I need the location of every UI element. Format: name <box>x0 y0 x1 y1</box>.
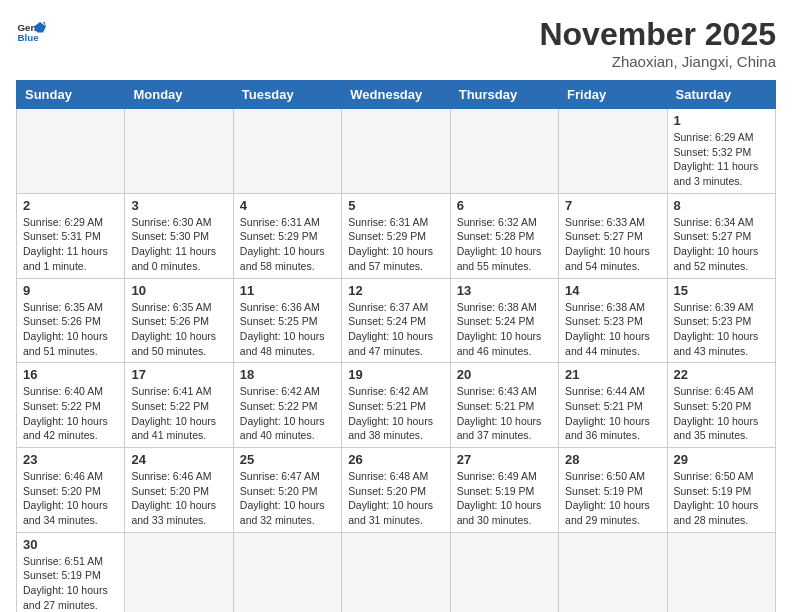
day-info: Sunrise: 6:38 AM Sunset: 5:23 PM Dayligh… <box>565 300 660 359</box>
calendar-cell: 24Sunrise: 6:46 AM Sunset: 5:20 PM Dayli… <box>125 448 233 533</box>
calendar-cell: 15Sunrise: 6:39 AM Sunset: 5:23 PM Dayli… <box>667 278 775 363</box>
day-number: 24 <box>131 452 226 467</box>
day-number: 15 <box>674 283 769 298</box>
day-number: 9 <box>23 283 118 298</box>
day-number: 19 <box>348 367 443 382</box>
svg-text:Blue: Blue <box>18 32 40 43</box>
calendar-cell: 6Sunrise: 6:32 AM Sunset: 5:28 PM Daylig… <box>450 193 558 278</box>
day-info: Sunrise: 6:38 AM Sunset: 5:24 PM Dayligh… <box>457 300 552 359</box>
calendar-cell: 7Sunrise: 6:33 AM Sunset: 5:27 PM Daylig… <box>559 193 667 278</box>
calendar-cell: 9Sunrise: 6:35 AM Sunset: 5:26 PM Daylig… <box>17 278 125 363</box>
day-info: Sunrise: 6:36 AM Sunset: 5:25 PM Dayligh… <box>240 300 335 359</box>
day-number: 8 <box>674 198 769 213</box>
calendar-cell: 5Sunrise: 6:31 AM Sunset: 5:29 PM Daylig… <box>342 193 450 278</box>
day-info: Sunrise: 6:35 AM Sunset: 5:26 PM Dayligh… <box>23 300 118 359</box>
logo-icon: General Blue <box>16 16 46 46</box>
day-info: Sunrise: 6:34 AM Sunset: 5:27 PM Dayligh… <box>674 215 769 274</box>
day-info: Sunrise: 6:33 AM Sunset: 5:27 PM Dayligh… <box>565 215 660 274</box>
day-info: Sunrise: 6:32 AM Sunset: 5:28 PM Dayligh… <box>457 215 552 274</box>
day-info: Sunrise: 6:35 AM Sunset: 5:26 PM Dayligh… <box>131 300 226 359</box>
calendar-cell: 30Sunrise: 6:51 AM Sunset: 5:19 PM Dayli… <box>17 532 125 612</box>
week-row-5: 23Sunrise: 6:46 AM Sunset: 5:20 PM Dayli… <box>17 448 776 533</box>
week-row-6: 30Sunrise: 6:51 AM Sunset: 5:19 PM Dayli… <box>17 532 776 612</box>
calendar-cell <box>233 532 341 612</box>
day-info: Sunrise: 6:42 AM Sunset: 5:22 PM Dayligh… <box>240 384 335 443</box>
day-number: 6 <box>457 198 552 213</box>
calendar-cell <box>233 109 341 194</box>
weekday-header-saturday: Saturday <box>667 81 775 109</box>
day-number: 13 <box>457 283 552 298</box>
weekday-header-friday: Friday <box>559 81 667 109</box>
day-info: Sunrise: 6:40 AM Sunset: 5:22 PM Dayligh… <box>23 384 118 443</box>
day-number: 4 <box>240 198 335 213</box>
calendar-cell: 8Sunrise: 6:34 AM Sunset: 5:27 PM Daylig… <box>667 193 775 278</box>
day-number: 5 <box>348 198 443 213</box>
calendar-cell: 19Sunrise: 6:42 AM Sunset: 5:21 PM Dayli… <box>342 363 450 448</box>
day-info: Sunrise: 6:42 AM Sunset: 5:21 PM Dayligh… <box>348 384 443 443</box>
calendar-cell <box>450 109 558 194</box>
logo: General Blue <box>16 16 46 46</box>
calendar-cell <box>450 532 558 612</box>
day-number: 30 <box>23 537 118 552</box>
calendar-cell: 27Sunrise: 6:49 AM Sunset: 5:19 PM Dayli… <box>450 448 558 533</box>
calendar-cell <box>559 532 667 612</box>
day-info: Sunrise: 6:48 AM Sunset: 5:20 PM Dayligh… <box>348 469 443 528</box>
calendar-cell: 20Sunrise: 6:43 AM Sunset: 5:21 PM Dayli… <box>450 363 558 448</box>
day-number: 14 <box>565 283 660 298</box>
calendar-cell: 29Sunrise: 6:50 AM Sunset: 5:19 PM Dayli… <box>667 448 775 533</box>
weekday-header-thursday: Thursday <box>450 81 558 109</box>
day-info: Sunrise: 6:37 AM Sunset: 5:24 PM Dayligh… <box>348 300 443 359</box>
calendar-cell: 21Sunrise: 6:44 AM Sunset: 5:21 PM Dayli… <box>559 363 667 448</box>
calendar-cell <box>17 109 125 194</box>
day-info: Sunrise: 6:45 AM Sunset: 5:20 PM Dayligh… <box>674 384 769 443</box>
day-number: 1 <box>674 113 769 128</box>
calendar-cell: 18Sunrise: 6:42 AM Sunset: 5:22 PM Dayli… <box>233 363 341 448</box>
weekday-header-tuesday: Tuesday <box>233 81 341 109</box>
day-number: 28 <box>565 452 660 467</box>
calendar-cell <box>342 532 450 612</box>
week-row-4: 16Sunrise: 6:40 AM Sunset: 5:22 PM Dayli… <box>17 363 776 448</box>
location-title: Zhaoxian, Jiangxi, China <box>539 53 776 70</box>
day-number: 22 <box>674 367 769 382</box>
day-number: 16 <box>23 367 118 382</box>
day-info: Sunrise: 6:31 AM Sunset: 5:29 PM Dayligh… <box>348 215 443 274</box>
day-number: 12 <box>348 283 443 298</box>
day-info: Sunrise: 6:49 AM Sunset: 5:19 PM Dayligh… <box>457 469 552 528</box>
day-number: 3 <box>131 198 226 213</box>
calendar-cell: 11Sunrise: 6:36 AM Sunset: 5:25 PM Dayli… <box>233 278 341 363</box>
day-number: 17 <box>131 367 226 382</box>
calendar-cell: 13Sunrise: 6:38 AM Sunset: 5:24 PM Dayli… <box>450 278 558 363</box>
calendar-cell: 10Sunrise: 6:35 AM Sunset: 5:26 PM Dayli… <box>125 278 233 363</box>
title-area: November 2025 Zhaoxian, Jiangxi, China <box>539 16 776 70</box>
day-number: 25 <box>240 452 335 467</box>
day-info: Sunrise: 6:51 AM Sunset: 5:19 PM Dayligh… <box>23 554 118 612</box>
weekday-header-sunday: Sunday <box>17 81 125 109</box>
day-info: Sunrise: 6:50 AM Sunset: 5:19 PM Dayligh… <box>565 469 660 528</box>
day-number: 2 <box>23 198 118 213</box>
calendar-cell: 22Sunrise: 6:45 AM Sunset: 5:20 PM Dayli… <box>667 363 775 448</box>
day-number: 23 <box>23 452 118 467</box>
calendar-cell: 2Sunrise: 6:29 AM Sunset: 5:31 PM Daylig… <box>17 193 125 278</box>
day-number: 11 <box>240 283 335 298</box>
weekday-header-wednesday: Wednesday <box>342 81 450 109</box>
day-number: 18 <box>240 367 335 382</box>
day-info: Sunrise: 6:41 AM Sunset: 5:22 PM Dayligh… <box>131 384 226 443</box>
day-info: Sunrise: 6:46 AM Sunset: 5:20 PM Dayligh… <box>23 469 118 528</box>
calendar-cell: 1Sunrise: 6:29 AM Sunset: 5:32 PM Daylig… <box>667 109 775 194</box>
week-row-2: 2Sunrise: 6:29 AM Sunset: 5:31 PM Daylig… <box>17 193 776 278</box>
day-info: Sunrise: 6:31 AM Sunset: 5:29 PM Dayligh… <box>240 215 335 274</box>
calendar-cell <box>342 109 450 194</box>
day-info: Sunrise: 6:30 AM Sunset: 5:30 PM Dayligh… <box>131 215 226 274</box>
day-number: 29 <box>674 452 769 467</box>
weekday-header-row: SundayMondayTuesdayWednesdayThursdayFrid… <box>17 81 776 109</box>
calendar-cell: 28Sunrise: 6:50 AM Sunset: 5:19 PM Dayli… <box>559 448 667 533</box>
month-title: November 2025 <box>539 16 776 53</box>
day-number: 21 <box>565 367 660 382</box>
day-number: 10 <box>131 283 226 298</box>
day-info: Sunrise: 6:46 AM Sunset: 5:20 PM Dayligh… <box>131 469 226 528</box>
week-row-3: 9Sunrise: 6:35 AM Sunset: 5:26 PM Daylig… <box>17 278 776 363</box>
page-header: General Blue November 2025 Zhaoxian, Jia… <box>16 16 776 70</box>
week-row-1: 1Sunrise: 6:29 AM Sunset: 5:32 PM Daylig… <box>17 109 776 194</box>
calendar-cell: 17Sunrise: 6:41 AM Sunset: 5:22 PM Dayli… <box>125 363 233 448</box>
calendar-cell: 23Sunrise: 6:46 AM Sunset: 5:20 PM Dayli… <box>17 448 125 533</box>
